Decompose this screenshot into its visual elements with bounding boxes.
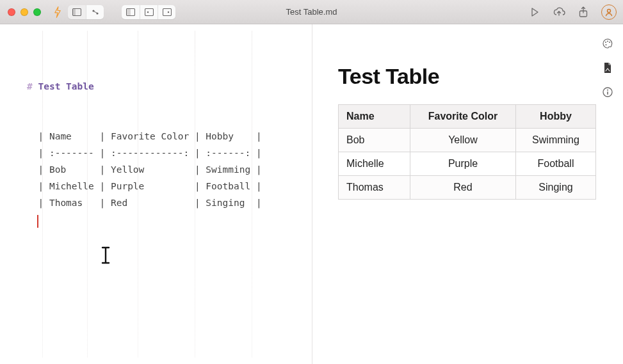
main-area: # Test Table | Name | Favorite Color | H… bbox=[0, 24, 623, 364]
editor-text[interactable]: # Test Table | Name | Favorite Color | H… bbox=[0, 24, 312, 364]
layout-editor-only-button[interactable] bbox=[122, 5, 140, 19]
svg-rect-7 bbox=[145, 8, 153, 15]
pdf-icon[interactable] bbox=[601, 61, 614, 74]
toggle-related-button[interactable] bbox=[86, 5, 104, 19]
play-icon[interactable] bbox=[528, 6, 541, 19]
svg-point-18 bbox=[607, 90, 608, 91]
text-caret bbox=[37, 215, 38, 228]
table-cell: Red bbox=[410, 176, 516, 200]
svg-point-13 bbox=[605, 42, 606, 43]
svg-point-12 bbox=[608, 10, 611, 13]
table-cell: Bob bbox=[339, 129, 410, 152]
info-icon[interactable] bbox=[601, 86, 614, 99]
table-cell: Football bbox=[516, 152, 596, 176]
svg-rect-19 bbox=[607, 91, 608, 95]
palette-icon[interactable] bbox=[601, 37, 614, 50]
table-cell: Michelle bbox=[339, 152, 410, 176]
table-cell: Thomas bbox=[339, 176, 410, 200]
table-header: Hobby bbox=[516, 105, 596, 129]
share-icon[interactable] bbox=[577, 6, 590, 19]
table-cell: Singing bbox=[516, 176, 596, 200]
svg-rect-6 bbox=[127, 9, 131, 15]
editor-pane[interactable]: # Test Table | Name | Favorite Color | H… bbox=[0, 24, 312, 364]
svg-point-14 bbox=[607, 41, 608, 42]
svg-point-15 bbox=[609, 42, 610, 43]
table-cell: Purple bbox=[410, 152, 516, 176]
svg-line-4 bbox=[94, 12, 97, 13]
svg-rect-9 bbox=[163, 8, 171, 15]
window-controls bbox=[8, 8, 41, 16]
toolbar-right bbox=[528, 0, 617, 24]
table-row: ThomasRedSinging bbox=[339, 176, 596, 200]
title-bar: Test Table.md bbox=[0, 0, 623, 24]
cloud-upload-icon[interactable] bbox=[553, 6, 565, 19]
toolbar-left bbox=[53, 5, 175, 19]
svg-point-8 bbox=[147, 11, 148, 12]
layout-split-button[interactable] bbox=[140, 5, 158, 19]
bolt-icon[interactable] bbox=[53, 5, 63, 19]
inspector-rail bbox=[600, 37, 615, 99]
table-cell: Yellow bbox=[410, 129, 516, 152]
layout-mode-group bbox=[122, 5, 175, 19]
svg-rect-1 bbox=[73, 9, 76, 15]
svg-point-10 bbox=[167, 11, 168, 12]
table-header: Name bbox=[339, 105, 410, 129]
preview-table: NameFavorite ColorHobby BobYellowSwimmin… bbox=[338, 104, 596, 200]
table-row: MichellePurpleFootball bbox=[339, 152, 596, 176]
table-cell: Swimming bbox=[516, 129, 596, 152]
user-avatar[interactable] bbox=[601, 4, 617, 20]
preview-pane: Test Table NameFavorite ColorHobby BobYe… bbox=[312, 24, 623, 364]
svg-point-16 bbox=[606, 44, 607, 45]
table-row: BobYellowSwimming bbox=[339, 129, 596, 152]
table-header: Favorite Color bbox=[410, 105, 516, 129]
sidebar-toggle-group bbox=[68, 5, 104, 19]
close-window-button[interactable] bbox=[8, 8, 15, 16]
toggle-left-sidebar-button[interactable] bbox=[68, 5, 86, 19]
zoom-window-button[interactable] bbox=[33, 8, 41, 16]
preview-heading: Test Table bbox=[338, 64, 596, 89]
layout-preview-only-button[interactable] bbox=[158, 5, 175, 19]
minimize-window-button[interactable] bbox=[20, 8, 28, 16]
